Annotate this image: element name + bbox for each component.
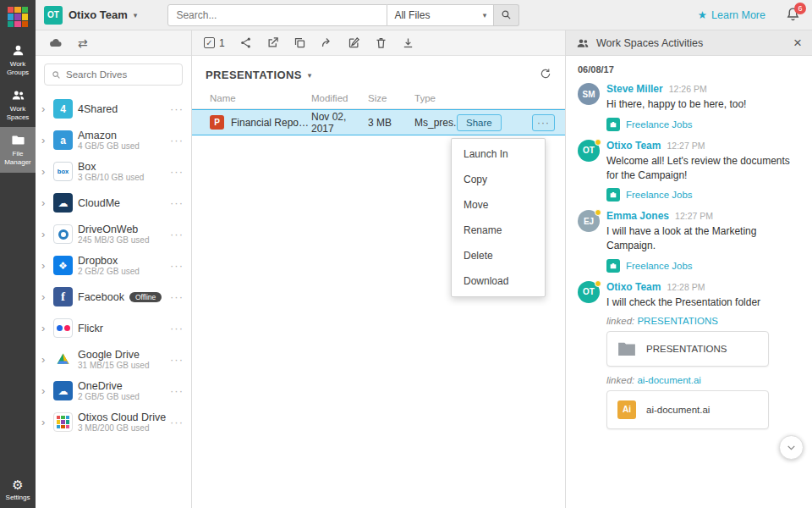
row-menu-button[interactable]: ··· (532, 114, 555, 131)
menu-item-rename[interactable]: Rename (452, 218, 545, 243)
drive-item-dropbox[interactable]: › ❖ Dropbox 2 GB/2 GB used ··· (36, 250, 191, 281)
copy-button[interactable] (294, 36, 306, 49)
drive-search-input[interactable] (66, 69, 175, 80)
driveonweb-icon (53, 224, 73, 244)
chevron-right-icon[interactable]: › (41, 259, 48, 272)
file-row-selected[interactable]: P Financial Report.pptx Nov 02, 2017 3 M… (192, 109, 565, 135)
drive-item-facebook[interactable]: › f Facebook Offline ··· (36, 281, 191, 312)
row-share-button[interactable]: Share (457, 114, 502, 131)
workspace-link[interactable]: Freelance Jobs (606, 259, 800, 273)
refresh-button[interactable] (540, 68, 551, 82)
linked-folder-card[interactable]: PRESENTATIONS (606, 331, 769, 367)
user-name[interactable]: Emma Jones (606, 210, 669, 222)
chevron-right-icon[interactable]: › (41, 416, 48, 428)
avatar[interactable]: OT (578, 140, 600, 162)
chevron-right-icon[interactable]: › (41, 134, 48, 146)
menu-item-download[interactable]: Download (452, 268, 545, 294)
drive-menu-button[interactable]: ··· (167, 353, 186, 366)
cloudme-icon: ☁ (53, 193, 73, 213)
chevron-down-icon: ▾ (483, 11, 487, 19)
search-input[interactable] (167, 4, 387, 26)
avatar[interactable]: OT (578, 281, 600, 303)
drive-menu-button[interactable]: ··· (167, 384, 186, 397)
user-name[interactable]: Otixo Team (606, 281, 661, 293)
menu-item-launch-in[interactable]: Launch In (452, 141, 545, 167)
menu-item-move[interactable]: Move (452, 192, 545, 218)
drive-item-flickr[interactable]: › Flickr ··· (36, 312, 191, 344)
drive-item-box[interactable]: › box Box 3 GB/10 GB used ··· (36, 156, 191, 187)
share-button[interactable] (239, 36, 252, 49)
scroll-down-button[interactable] (779, 435, 804, 460)
otixo-logo-icon[interactable] (8, 7, 28, 27)
drive-menu-button[interactable]: ··· (167, 102, 186, 115)
drive-menu-button[interactable]: ··· (167, 259, 186, 272)
drive-menu-button[interactable]: ··· (167, 165, 186, 178)
drive-item-onedrive[interactable]: › ☁ OneDrive 2 GB/5 GB used ··· (36, 375, 191, 406)
drive-name: OneDrive (78, 380, 123, 392)
workspace-icon (606, 259, 620, 273)
linked-target[interactable]: PRESENTATIONS (637, 316, 717, 326)
filter-value: All Files (394, 9, 430, 21)
learn-more-link[interactable]: ★ Learn More (698, 8, 765, 21)
move-button[interactable] (321, 36, 333, 49)
close-icon[interactable]: × (793, 36, 802, 50)
drive-menu-button[interactable]: ··· (167, 228, 186, 240)
transfer-icon[interactable]: ⇄ (78, 36, 88, 50)
drive-menu-button[interactable]: ··· (167, 134, 186, 146)
chevron-right-icon[interactable]: › (41, 322, 48, 334)
avatar[interactable]: EJ (578, 210, 600, 232)
user-name[interactable]: Otixo Team (606, 140, 661, 152)
drive-menu-button[interactable]: ··· (167, 290, 186, 303)
column-type[interactable]: Type (414, 93, 457, 103)
drive-item-driveonweb[interactable]: › DriveOnWeb 245 MB/3 GB used ··· (36, 218, 191, 250)
table-header: Name Modified Size Type (192, 89, 565, 109)
open-in-button[interactable] (266, 36, 279, 49)
message-text: I will check the Presentation folder (606, 295, 800, 310)
search-button[interactable] (494, 4, 519, 26)
drive-item-otixos-cloud-drive[interactable]: › Otixos Cloud Drive 3 MB/200 GB used ··… (36, 406, 191, 438)
chevron-right-icon[interactable]: › (41, 384, 48, 397)
chevron-right-icon[interactable]: › (41, 196, 48, 209)
team-switcher[interactable]: OT Otixo Team ▾ (44, 6, 137, 25)
workspace-link[interactable]: Freelance Jobs (606, 188, 800, 202)
drive-item-cloudme[interactable]: › ☁ CloudMe ··· (36, 187, 191, 218)
rail-item-work-groups[interactable]: Work Groups (0, 37, 36, 82)
chevron-right-icon[interactable]: › (41, 353, 48, 366)
rail-item-file-manager[interactable]: File Manager (0, 127, 36, 172)
workspace-link[interactable]: Freelance Jobs (606, 118, 800, 131)
menu-item-copy[interactable]: Copy (452, 167, 545, 192)
search-icon (52, 70, 61, 80)
drive-menu-button[interactable]: ··· (167, 196, 186, 209)
chevron-right-icon[interactable]: › (41, 165, 48, 178)
column-modified[interactable]: Modified (311, 93, 368, 103)
context-menu: Launch In Copy Move Rename Delete Downlo… (451, 138, 546, 297)
rail-item-settings[interactable]: ⚙ Settings (0, 472, 36, 508)
message-text: Welcome all! Let's review the documents … (606, 154, 800, 183)
column-name[interactable]: Name (210, 93, 311, 103)
menu-item-delete[interactable]: Delete (452, 243, 545, 268)
select-all-checkbox[interactable]: ✓ 1 (204, 37, 225, 49)
chevron-right-icon[interactable]: › (41, 290, 48, 303)
linked-label: linked: (606, 375, 634, 385)
rename-button[interactable] (348, 36, 360, 49)
drive-item-4shared[interactable]: › 4 4Shared ··· (36, 93, 191, 124)
drive-menu-button[interactable]: ··· (167, 322, 186, 334)
chevron-right-icon[interactable]: › (41, 228, 48, 240)
column-size[interactable]: Size (368, 93, 414, 103)
avatar[interactable]: SM (578, 83, 600, 105)
rail-item-work-spaces[interactable]: Work Spaces (0, 82, 36, 127)
user-name[interactable]: Steve Miller (606, 83, 663, 95)
linked-target[interactable]: ai-document.ai (637, 375, 700, 385)
chevron-down-icon (786, 442, 797, 453)
notifications-button[interactable]: 6 (786, 7, 800, 24)
drive-menu-button[interactable]: ··· (167, 416, 186, 428)
chevron-down-icon[interactable]: ▾ (308, 71, 312, 80)
drive-item-amazon[interactable]: › a Amazon 4 GB/5 GB used ··· (36, 124, 191, 156)
drive-item-google-drive[interactable]: › Google Drive 31 MB/15 GB used ··· (36, 344, 191, 375)
chevron-right-icon[interactable]: › (41, 102, 48, 115)
linked-file-card[interactable]: Ai ai-document.ai (606, 390, 769, 429)
file-type-filter[interactable]: All Files ▾ (387, 4, 494, 26)
download-button[interactable] (402, 36, 414, 49)
cloud-icon[interactable] (49, 36, 63, 50)
delete-button[interactable] (375, 36, 387, 49)
